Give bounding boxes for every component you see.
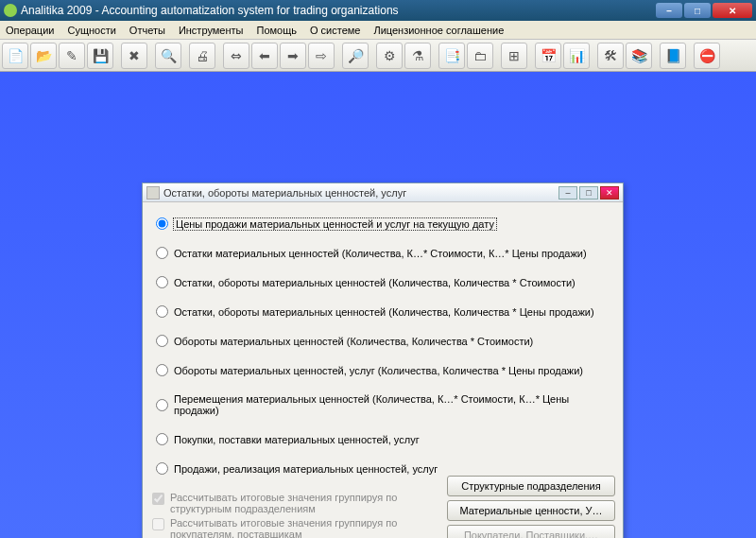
toolbar-button[interactable]: 📘 (660, 43, 686, 69)
structural-subdivisions-button[interactable]: Структурные подразделения (447, 476, 615, 496)
toolbar-button[interactable]: 📊 (563, 43, 590, 69)
toolbar-button[interactable]: 📚 (626, 43, 652, 69)
report-option-label: Перемещения материальных ценностей (Коли… (174, 393, 613, 416)
toolbar-button[interactable]: ⇨ (308, 43, 335, 69)
report-option-radio[interactable] (156, 364, 168, 376)
app-icon (4, 4, 17, 17)
toolbar-button[interactable]: 📄 (2, 43, 28, 69)
toolbar-button[interactable]: 📑 (438, 43, 465, 69)
report-option-radio[interactable] (156, 217, 168, 230)
menu-item[interactable]: Помощь (256, 25, 297, 36)
app-title: Analitika 2009 - Accounting automatizati… (21, 4, 654, 17)
toolbar-button[interactable]: 📅 (535, 43, 561, 69)
grouping-label: Рассчитывать итоговые значения группируя… (170, 492, 426, 514)
report-option-label: Цены продажи материальных ценностей и ус… (174, 218, 496, 230)
toolbar-button[interactable]: ⇔ (223, 43, 249, 69)
menu-item[interactable]: Отчеты (129, 25, 165, 36)
toolbar-button[interactable]: 🗀 (467, 43, 493, 69)
material-values-button[interactable]: Материальные ценности, У… (447, 500, 615, 521)
dialog-title: Остатки, обороты материальных ценностей,… (163, 187, 557, 199)
toolbar-button[interactable]: 🔎 (342, 43, 369, 69)
report-option-label: Остатки, обороты материальных ценностей … (174, 306, 594, 318)
window-minimize-button[interactable]: – (656, 3, 682, 18)
toolbar-button[interactable]: 🖨 (189, 43, 215, 69)
menu-item[interactable]: О системе (310, 25, 360, 36)
report-option-radio[interactable] (156, 462, 168, 475)
toolbar-button[interactable]: ✎ (59, 43, 85, 69)
dialog-close-button[interactable]: ✕ (600, 186, 619, 200)
grouping-check-row: Рассчитывать итоговые значения группируя… (152, 517, 426, 538)
report-option-row[interactable]: Покупки, поставки материальных ценностей… (152, 433, 613, 445)
report-option-label: Остатки материальных ценностей (Количест… (174, 248, 587, 259)
grouping-checkbox (152, 518, 164, 530)
toolbar-button[interactable]: ⬅ (251, 43, 278, 69)
report-option-radio[interactable] (156, 335, 168, 347)
toolbar-button[interactable]: 🔍 (155, 43, 181, 69)
report-option-row[interactable]: Обороты материальных ценностей (Количест… (152, 335, 613, 347)
report-option-row[interactable]: Обороты материальных ценностей, услуг (К… (152, 364, 613, 376)
report-option-radio[interactable] (156, 276, 168, 288)
dialog-button-column: Структурные подразделения Материальные ц… (447, 476, 615, 538)
toolbar-button[interactable]: ➡ (280, 43, 306, 69)
grouping-checkbox (152, 493, 164, 505)
workspace-area: Остатки, обороты материальных ценностей,… (0, 72, 756, 538)
main-toolbar: 📄 📂 ✎ 💾 ✖ 🔍 🖨 ⇔ ⬅ ➡ ⇨ 🔎 ⚙ ⚗ 📑 🗀 ⊞ 📅 📊 🛠 … (0, 40, 756, 72)
dialog-minimize-button[interactable]: – (558, 186, 577, 200)
dialog-icon (146, 186, 160, 200)
toolbar-button[interactable]: ✖ (121, 43, 147, 69)
main-menubar: Операции Сущности Отчеты Инструменты Пом… (0, 21, 756, 40)
grouping-check-row: Рассчитывать итоговые значения группируя… (152, 492, 426, 514)
toolbar-button[interactable]: ⛔ (694, 43, 720, 69)
buyers-suppliers-button: Покупатели, Поставщики,… (447, 525, 615, 538)
report-option-label: Покупки, поставки материальных ценностей… (174, 434, 420, 445)
grouping-label: Рассчитывать итоговые значения группируя… (170, 517, 426, 538)
dialog-titlebar: Остатки, обороты материальных ценностей,… (143, 183, 623, 202)
report-option-radio[interactable] (156, 433, 168, 445)
menu-item[interactable]: Сущности (67, 25, 115, 36)
toolbar-button[interactable]: 🛠 (597, 43, 624, 69)
report-option-label: Обороты материальных ценностей, услуг (К… (174, 365, 583, 376)
menu-item[interactable]: Операции (6, 25, 54, 36)
window-close-button[interactable]: ✕ (713, 3, 752, 18)
report-option-label: Обороты материальных ценностей (Количест… (174, 336, 533, 347)
report-option-radio[interactable] (156, 305, 168, 318)
report-option-row[interactable]: Остатки материальных ценностей (Количест… (152, 247, 613, 259)
toolbar-button[interactable]: 💾 (87, 43, 113, 69)
report-option-row[interactable]: Остатки, обороты материальных ценностей … (152, 305, 613, 318)
menu-item[interactable]: Лицензионное соглашение (373, 25, 504, 36)
toolbar-button[interactable]: 📂 (30, 43, 57, 69)
report-option-label: Остатки, обороты материальных ценностей … (174, 277, 576, 288)
main-titlebar: Analitika 2009 - Accounting automatizati… (0, 0, 756, 21)
report-option-row[interactable]: Продажи, реализация материальных ценност… (152, 462, 613, 475)
report-option-row[interactable]: Остатки, обороты материальных ценностей … (152, 276, 613, 288)
window-maximize-button[interactable]: □ (684, 3, 711, 18)
toolbar-button[interactable]: ⊞ (501, 43, 527, 69)
toolbar-button[interactable]: ⚙ (376, 43, 403, 69)
report-dialog: Остатки, обороты материальных ценностей,… (142, 182, 624, 538)
report-option-row[interactable]: Перемещения материальных ценностей (Коли… (152, 393, 613, 416)
menu-item[interactable]: Инструменты (179, 25, 244, 36)
dialog-body: Цены продажи материальных ценностей и ус… (143, 202, 623, 538)
report-option-radio[interactable] (156, 247, 168, 259)
report-option-radio[interactable] (156, 399, 168, 411)
dialog-maximize-button[interactable]: □ (579, 186, 598, 200)
report-option-row[interactable]: Цены продажи материальных ценностей и ус… (152, 217, 613, 230)
report-option-label: Продажи, реализация материальных ценност… (174, 463, 438, 475)
toolbar-button[interactable]: ⚗ (404, 43, 431, 69)
